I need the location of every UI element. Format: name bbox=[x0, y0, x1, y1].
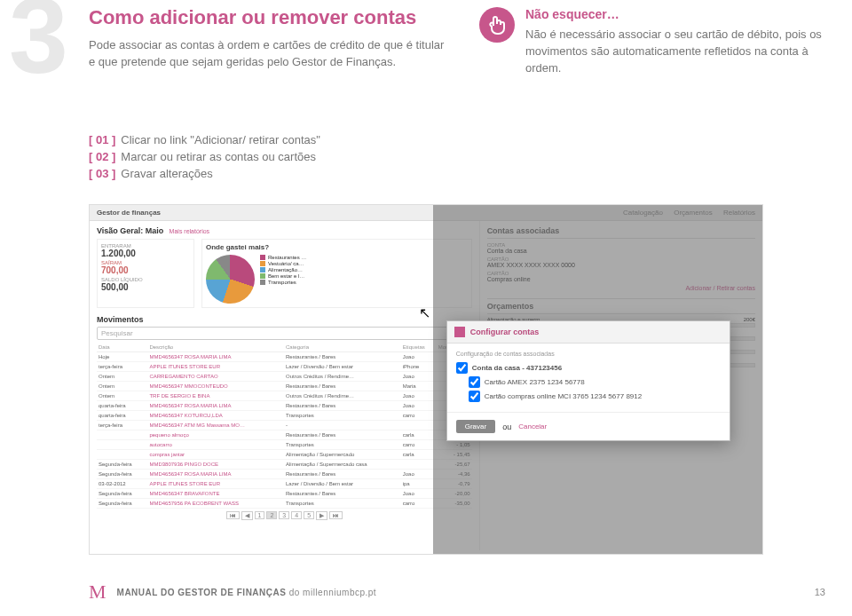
screenshot-mock: Gestor de finanças Catalogação Orçamento… bbox=[89, 204, 763, 555]
pie-chart: Onde gastei mais? Restaurantes …Vestuári… bbox=[201, 239, 472, 308]
note-body: Não é necessário associar o seu cartão d… bbox=[525, 27, 825, 77]
search-input[interactable]: Pesquisar 🔍 bbox=[97, 327, 472, 340]
app-title: Gestor de finanças bbox=[97, 209, 161, 217]
header: Como adicionar ou remover contas Pode as… bbox=[89, 7, 825, 77]
movements-title: Movimentos bbox=[97, 315, 472, 324]
page-title: Como adicionar ou remover contas bbox=[89, 7, 453, 28]
hand-icon bbox=[479, 7, 515, 43]
account-checkbox[interactable]: Conta da casa - 437123456 bbox=[456, 362, 721, 374]
card-checkbox[interactable]: Cartão compras online MCI 3765 1234 5677… bbox=[469, 391, 721, 402]
intro-text: Pode associar as contas à ordem e cartõe… bbox=[89, 37, 453, 71]
pagination[interactable]: ⏮◀12345▶⏭ bbox=[97, 511, 472, 520]
note-title: Não esquecer… bbox=[525, 7, 825, 21]
overview-title: Visão Geral: Maio bbox=[97, 226, 163, 235]
dialog-subtitle: Configuração de contas associadas bbox=[456, 351, 721, 357]
page-number: 13 bbox=[815, 587, 825, 597]
step-tag: [ 03 ] bbox=[89, 167, 115, 180]
cursor-icon: ↖ bbox=[419, 304, 430, 321]
movements-table: DataDescriçãoCategoriaEtiquetasMontante … bbox=[97, 343, 472, 509]
step-text: Clicar no link "Adicionar/ retirar conta… bbox=[121, 133, 320, 146]
step-text: Gravar alterações bbox=[121, 167, 212, 180]
logo-icon: M bbox=[89, 580, 106, 604]
section-number: 3 bbox=[9, 0, 68, 89]
dialog-title: Configurar contas bbox=[470, 328, 540, 336]
configure-dialog: Configurar contas Configuração de contas… bbox=[446, 320, 730, 441]
more-reports-link[interactable]: Mais relatórios bbox=[170, 228, 210, 234]
dialog-icon bbox=[454, 327, 465, 337]
step-tag: [ 01 ] bbox=[89, 133, 115, 146]
or-text: ou bbox=[502, 423, 511, 431]
cancel-link[interactable]: Cancelar bbox=[518, 423, 547, 430]
stats-box: ENTRARAM 1.200,00 SAÍRAM 700,00 SALDO LÍ… bbox=[97, 239, 194, 308]
steps-list: [ 01 ]Clicar no link "Adicionar/ retirar… bbox=[89, 133, 320, 184]
save-button[interactable]: Gravar bbox=[456, 420, 495, 433]
page-footer: M MANUAL DO GESTOR DE FINANÇAS do millen… bbox=[89, 580, 825, 604]
step-text: Marcar ou retirar as contas ou cartões bbox=[121, 150, 316, 163]
card-checkbox[interactable]: Cartão AMEX 2375 1234 56778 bbox=[469, 376, 721, 388]
step-tag: [ 02 ] bbox=[89, 150, 115, 163]
